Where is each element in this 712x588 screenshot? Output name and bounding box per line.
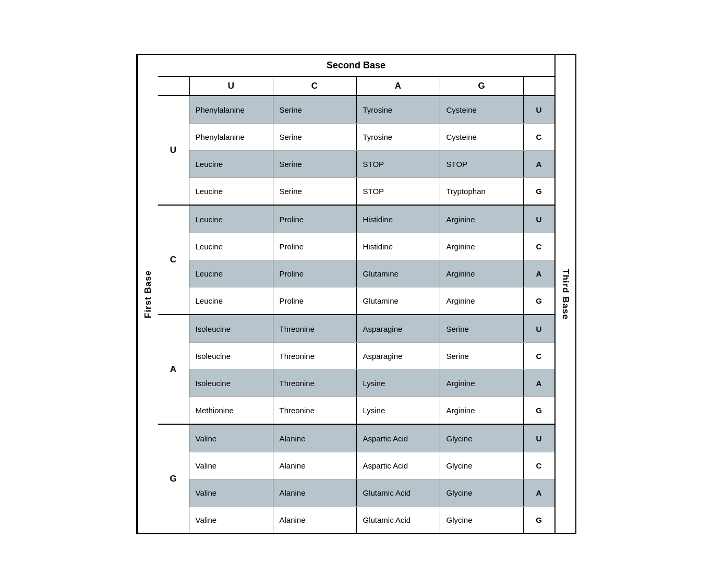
table-row: MethionineThreonineLysineArginineG: [189, 397, 554, 424]
col-header-G: G: [440, 77, 523, 95]
cell-G: Cysteine: [440, 96, 523, 123]
tb-cell: G: [523, 287, 554, 314]
cell-A: Lysine: [356, 397, 440, 424]
cell-G: Glycine: [440, 425, 523, 452]
tb-cell: U: [523, 425, 554, 452]
cell-U: Leucine: [189, 178, 273, 205]
tb-cell: U: [523, 96, 554, 123]
cell-U: Leucine: [189, 151, 273, 177]
group-U: UPhenylalanineSerineTyrosineCysteineUPhe…: [158, 96, 554, 205]
table-row: IsoleucineThreonineAsparagineSerineU: [189, 315, 554, 342]
col-header-U: U: [189, 77, 273, 95]
tb-cell: C: [523, 452, 554, 479]
cell-U: Leucine: [189, 260, 273, 287]
col-header-empty2: [523, 77, 554, 95]
cell-A: Lysine: [356, 370, 440, 397]
cell-C: Serine: [273, 96, 356, 123]
cell-A: Asparagine: [356, 343, 440, 369]
cell-U: Valine: [189, 425, 273, 452]
cell-G: Serine: [440, 315, 523, 342]
cell-U: Isoleucine: [189, 315, 273, 342]
tb-cell: C: [523, 233, 554, 260]
cell-A: Aspartic Acid: [356, 425, 440, 452]
cell-C: Threonine: [273, 315, 356, 342]
fb-letter-C: C: [158, 206, 189, 314]
cell-G: Glycine: [440, 507, 523, 533]
tb-cell: U: [523, 206, 554, 233]
first-base-label: First Base: [137, 55, 158, 533]
rows-col-U: PhenylalanineSerineTyrosineCysteineUPhen…: [189, 96, 554, 205]
cell-U: Methionine: [189, 397, 273, 424]
tb-cell: C: [523, 124, 554, 150]
cell-C: Serine: [273, 151, 356, 177]
cell-A: Glutamine: [356, 260, 440, 287]
group-G: GValineAlanineAspartic AcidGlycineUValin…: [158, 424, 554, 533]
cell-A: STOP: [356, 178, 440, 205]
cell-C: Serine: [273, 178, 356, 205]
cell-C: Threonine: [273, 397, 356, 424]
col-header-row: U C A G: [158, 77, 554, 96]
table-row: ValineAlanineGlutamic AcidGlycineG: [189, 506, 554, 533]
cell-A: Aspartic Acid: [356, 452, 440, 479]
cell-C: Alanine: [273, 452, 356, 479]
fb-letter-A: A: [158, 315, 189, 424]
body-grid: UPhenylalanineSerineTyrosineCysteineUPhe…: [158, 96, 554, 533]
table-row: ValineAlanineAspartic AcidGlycineC: [189, 452, 554, 479]
cell-C: Alanine: [273, 507, 356, 533]
cell-U: Phenylalanine: [189, 96, 273, 123]
table-row: LeucineProlineGlutamineArginineA: [189, 260, 554, 287]
cell-G: Arginine: [440, 287, 523, 314]
cell-C: Threonine: [273, 343, 356, 369]
table-row: ValineAlanineAspartic AcidGlycineU: [189, 425, 554, 452]
cell-U: Phenylalanine: [189, 124, 273, 150]
cell-G: Glycine: [440, 452, 523, 479]
table-row: PhenylalanineSerineTyrosineCysteineC: [189, 123, 554, 150]
cell-C: Proline: [273, 206, 356, 233]
cell-G: Serine: [440, 343, 523, 369]
group-C: CLeucineProlineHistidineArginineULeucine…: [158, 205, 554, 314]
table-row: ValineAlanineGlutamic AcidGlycineA: [189, 479, 554, 506]
cell-U: Leucine: [189, 233, 273, 260]
cell-C: Proline: [273, 287, 356, 314]
codon-table: First Base Second Base U C A G UPhenylal…: [136, 54, 576, 534]
cell-G: Tryptophan: [440, 178, 523, 205]
cell-C: Proline: [273, 233, 356, 260]
cell-U: Valine: [189, 479, 273, 506]
rows-col-A: IsoleucineThreonineAsparagineSerineUIsol…: [189, 315, 554, 424]
table-row: PhenylalanineSerineTyrosineCysteineU: [189, 96, 554, 123]
cell-U: Valine: [189, 507, 273, 533]
cell-G: Arginine: [440, 370, 523, 397]
cell-U: Leucine: [189, 287, 273, 314]
tb-cell: A: [523, 260, 554, 287]
cell-A: Tyrosine: [356, 96, 440, 123]
cell-C: Serine: [273, 124, 356, 150]
rows-col-G: ValineAlanineAspartic AcidGlycineUValine…: [189, 425, 554, 533]
col-header-C: C: [273, 77, 356, 95]
rows-col-C: LeucineProlineHistidineArginineULeucineP…: [189, 206, 554, 314]
cell-G: Glycine: [440, 479, 523, 506]
tb-cell: G: [523, 507, 554, 533]
cell-G: Arginine: [440, 260, 523, 287]
col-header-empty1: [158, 77, 189, 95]
cell-U: Isoleucine: [189, 370, 273, 397]
cell-C: Threonine: [273, 370, 356, 397]
col-header-A: A: [356, 77, 440, 95]
cell-U: Leucine: [189, 206, 273, 233]
cell-A: Histidine: [356, 233, 440, 260]
group-A: AIsoleucineThreonineAsparagineSerineUIso…: [158, 314, 554, 424]
table-row: LeucineSerineSTOPTryptophanG: [189, 177, 554, 205]
cell-A: Glutamic Acid: [356, 507, 440, 533]
fb-letter-G: G: [158, 425, 189, 533]
cell-A: Asparagine: [356, 315, 440, 342]
tb-cell: U: [523, 315, 554, 342]
table-row: LeucineProlineHistidineArginineC: [189, 233, 554, 260]
table-row: LeucineSerineSTOPSTOPA: [189, 150, 554, 177]
tb-cell: C: [523, 343, 554, 369]
cell-G: STOP: [440, 151, 523, 177]
tb-cell: G: [523, 178, 554, 205]
cell-U: Valine: [189, 452, 273, 479]
table-row: IsoleucineThreonineAsparagineSerineC: [189, 342, 554, 369]
table-row: IsoleucineThreonineLysineArginineA: [189, 369, 554, 397]
cell-G: Arginine: [440, 397, 523, 424]
cell-G: Arginine: [440, 233, 523, 260]
